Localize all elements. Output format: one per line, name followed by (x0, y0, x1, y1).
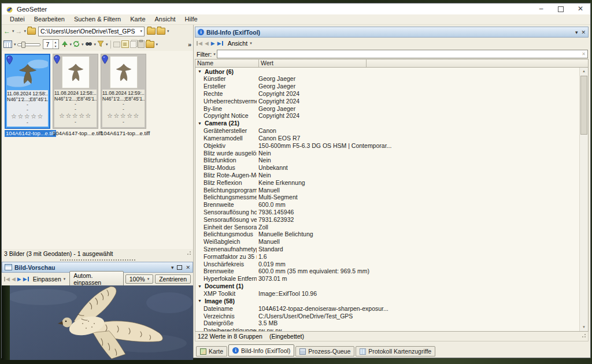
tab-prozess-queue[interactable]: Prozess-Queue (295, 346, 354, 356)
open-folder-dropdown[interactable]: ▾ (167, 29, 169, 34)
exif-row[interactable]: Unschärfekreis0.019 mm (195, 260, 580, 268)
exif-row[interactable]: Dateiberechtigungenrw-rw-rw- (195, 327, 580, 331)
center-button[interactable]: Zentrieren (155, 274, 191, 284)
back-history-dropdown[interactable]: ▾ (12, 29, 14, 34)
tab-protokoll-kartenzugriffe[interactable]: Protokoll Kartenzugriffe (356, 346, 435, 356)
exif-row[interactable]: KameramodellCanon EOS R7 (195, 135, 580, 142)
fit-mode-button[interactable]: Einpassen ▾ (31, 275, 68, 283)
folder-stack-dropdown[interactable]: ▾ (156, 42, 158, 47)
copy-icon[interactable] (130, 41, 136, 48)
collapse-arrow-icon[interactable]: ▼ (198, 284, 202, 288)
search-icon[interactable] (85, 39, 92, 50)
thumbnail-card[interactable]: 11.08.2024 12:59:...N46°1'2...;E8°45'1..… (101, 54, 146, 129)
menu-item-bearbeiten[interactable]: Bearbeiten (29, 14, 69, 24)
preview-first-button[interactable]: ◀ (4, 276, 10, 283)
assign-dropdown[interactable]: ▾ (70, 42, 72, 47)
folder-stack-icon[interactable] (146, 41, 154, 48)
ansicht-menu-button[interactable]: Ansicht ▾ (225, 39, 254, 47)
exif-group-row[interactable]: ▼Author (6) (195, 68, 580, 75)
zoom-level-select[interactable]: 100% ▾ (125, 274, 153, 284)
preview-close-button[interactable]: ✕ (186, 265, 190, 270)
tab-karte[interactable]: Karte (196, 346, 227, 356)
collapse-arrow-icon[interactable]: ▼ (198, 121, 202, 125)
exif-row[interactable]: Brennweite600.0 mm (35 mm equivalent: 96… (195, 268, 580, 275)
search-dropdown[interactable]: ▾ (94, 42, 97, 47)
thumbnail-size-slider[interactable] (17, 41, 40, 48)
view-mode-dropdown[interactable]: ▾ (14, 42, 16, 47)
exif-row[interactable]: By-lineGeorg Jaeger (195, 105, 580, 112)
thumbnail-filename[interactable]: 104A6147-top...e.tiff (53, 130, 98, 137)
exif-row[interactable]: Blitz Rote-Augen-ModusNein (195, 172, 580, 179)
path-combobox[interactable]: C:\Users\User\OneDrive\Test_GPS ▾ (38, 27, 145, 36)
exif-row[interactable]: Sensorauflösung vertikal7931.623932 (195, 216, 580, 223)
back-button[interactable]: ← (3, 27, 10, 35)
forward-button[interactable]: → (16, 27, 23, 35)
assign-images-icon[interactable] (61, 39, 68, 50)
filter-options-dropdown[interactable]: ▾ (213, 52, 216, 57)
edit-data-icon[interactable] (121, 40, 129, 48)
exif-next-button[interactable]: ▶ (211, 40, 215, 47)
collapse-arrow-icon[interactable]: ▼ (198, 299, 202, 303)
menu-item-suchen-filtern[interactable]: Suchen & Filtern (69, 14, 125, 24)
scrollbar-thumb[interactable] (580, 76, 587, 135)
filter-input[interactable]: ✕ (217, 50, 588, 58)
exif-row[interactable]: Copyright NoticeCopyright 2024 (195, 112, 580, 120)
exif-scrollbar[interactable]: ▲ ▼ (579, 68, 588, 331)
exif-group-row[interactable]: ▼Camera (21) (195, 120, 580, 127)
preview-prev-button[interactable]: ◀ (12, 276, 16, 283)
menu-item-hilfe[interactable]: Hilfe (180, 14, 202, 24)
thumbnail-filename[interactable]: 104A6142-top...e.tiff (5, 130, 56, 137)
exif-close-button[interactable]: ✕ (581, 29, 586, 35)
filter-dropdown[interactable]: ▾ (106, 42, 108, 47)
exif-row[interactable]: Blitz-ModusUnbekannt (195, 164, 580, 172)
exif-row[interactable]: Formatfaktor zu 35 mm1.6 (195, 252, 580, 260)
filter-funnel-icon[interactable] (97, 39, 104, 50)
exif-row[interactable]: Blitz wurde ausgelöstNein (195, 149, 580, 157)
exif-group-row[interactable]: ▼Image (58) (195, 297, 580, 304)
exif-row[interactable]: Objektiv150-600mm F5-6.3 DG OS HSM | Con… (195, 142, 580, 149)
preview-last-button[interactable]: ▶ (23, 276, 29, 283)
thumbnail-card[interactable]: 11.08.2024 12:58:...N46°1'2...;E8°45'1..… (5, 54, 50, 129)
menu-item-karte[interactable]: Karte (125, 14, 150, 24)
auto-fit-button[interactable]: Autom. einpassen (69, 271, 124, 287)
close-button[interactable]: ✕ (571, 3, 590, 14)
preview-collapse-button[interactable]: ▾ (171, 265, 174, 270)
scroll-down-icon[interactable]: ▼ (580, 324, 588, 331)
exif-prev-button[interactable]: ◀ (205, 40, 209, 47)
exif-row[interactable]: SzenenaufnahmetypStandard (195, 246, 580, 253)
exif-group-row[interactable]: ▼Document (1) (195, 283, 580, 290)
resize-grip[interactable] (581, 334, 586, 339)
exif-row[interactable]: UrheberrechtsvermerkCopyright 2024 (195, 97, 580, 105)
thumbnail-size-spinner[interactable]: 7 ▲▼ (43, 39, 59, 49)
exif-row[interactable]: KünstlerGeorg Jaeger (195, 75, 580, 83)
paste-icon[interactable] (138, 40, 145, 48)
toolbar-overflow-icon[interactable]: » (188, 41, 191, 48)
exif-row[interactable]: BelichtungsmessmethodeMulti-Segment (195, 194, 580, 201)
exif-row[interactable]: Sensorauflösung horiz...7936.145946 (195, 209, 580, 216)
thumbnail-filename[interactable]: 104A6171-top...e.tiff (101, 130, 146, 137)
exif-row[interactable]: Einheit der Sensoraufl...Zoll (195, 223, 580, 231)
exif-row[interactable]: WeißabgleichManuell (195, 238, 580, 246)
exif-row[interactable]: VerzeichnisC:/Users/User/OneDrive/Test_G… (195, 312, 580, 320)
refresh-icon[interactable] (73, 39, 80, 50)
tab-bild-info-exiftool[interactable]: iBild-Info (ExifTool) (228, 344, 294, 356)
thumbnail-card[interactable]: 11.08.2024 12:58:...N46°1'2...;E8°45'1..… (53, 54, 98, 129)
preview-float-button[interactable] (177, 265, 182, 270)
minimize-button[interactable]: – (531, 3, 551, 14)
exif-row[interactable]: ErstellerGeorg Jaeger (195, 83, 580, 90)
spin-up-icon[interactable]: ▲ (53, 40, 58, 44)
exif-row[interactable]: Brennweite600.0 mm (195, 201, 580, 209)
exif-last-button[interactable]: ▶ (217, 40, 223, 47)
clear-filter-icon[interactable]: ✕ (582, 51, 586, 57)
exif-row[interactable]: Dateiname104A6142-topaz-denoiseraw-sharp… (195, 304, 580, 312)
horizontal-splitter[interactable] (2, 258, 193, 262)
resize-grip[interactable] (186, 251, 191, 256)
exif-row[interactable]: Hyperfokale Entfernung3073.01 m (195, 275, 580, 283)
exif-row[interactable]: Dateigröße3.5 MB (195, 320, 580, 327)
column-header-wert[interactable]: Wert (259, 60, 367, 67)
exif-row[interactable]: GeräteherstellerCanon (195, 127, 580, 135)
exif-row[interactable]: Blitz ReflexionKeine Erkennung (195, 179, 580, 186)
thumbnail-item[interactable]: 11.08.2024 12:58:...N46°1'2...;E8°45'1..… (5, 54, 50, 137)
thumbnail-item[interactable]: 11.08.2024 12:58:...N46°1'2...;E8°45'1..… (53, 54, 98, 137)
maximize-button[interactable] (551, 3, 571, 14)
